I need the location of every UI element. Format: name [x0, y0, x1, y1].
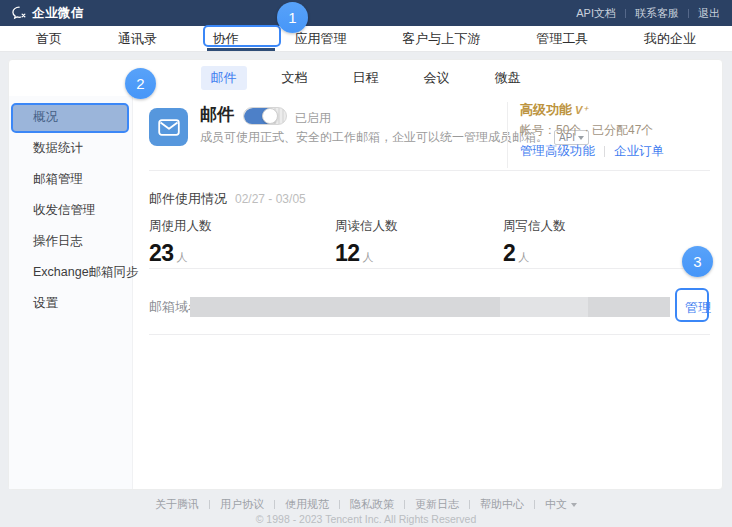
stat-value: 23 — [149, 240, 174, 267]
brand[interactable]: 企业微信 — [12, 5, 84, 22]
separator — [274, 500, 275, 509]
tab-docs[interactable]: 文档 — [272, 66, 318, 90]
stat-weekly-users: 周使用人数 23 人 — [149, 218, 212, 267]
separator — [404, 500, 405, 509]
tab-drive[interactable]: 微盘 — [485, 66, 531, 90]
separator — [604, 146, 605, 157]
usage-header: 邮件使用情况 02/27 - 03/05 — [149, 190, 306, 208]
footer-link-changelog[interactable]: 更新日志 — [415, 497, 459, 512]
topbar: 企业微信 API文档 联系客服 退出 — [0, 0, 732, 26]
footer-link-user-agreement[interactable]: 用户协议 — [220, 497, 264, 512]
status-label: 已启用 — [295, 110, 331, 127]
premium-links: 管理高级功能 企业订单 — [520, 143, 664, 160]
mail-domain-redacted — [190, 297, 670, 317]
separator — [339, 500, 340, 509]
nav-item-admin-tools[interactable]: 管理工具 — [536, 30, 588, 48]
footer-link-about[interactable]: 关于腾讯 — [155, 497, 199, 512]
company-orders-link[interactable]: 企业订单 — [614, 143, 664, 160]
horizontal-divider — [149, 268, 710, 269]
manage-premium-link[interactable]: 管理高级功能 — [520, 143, 595, 160]
topbar-links: API文档 联系客服 退出 — [576, 6, 720, 21]
stat-value: 12 — [335, 240, 360, 267]
footer-links: 关于腾讯 用户协议 使用规范 隐私政策 更新日志 帮助中心 中文 — [0, 497, 732, 512]
sidebar-item-operation-logs[interactable]: 操作日志 — [9, 226, 132, 257]
separator — [469, 500, 470, 509]
separator — [209, 500, 210, 509]
page-title: 邮件 — [200, 103, 234, 126]
nav-item-apps[interactable]: 应用管理 — [294, 30, 346, 48]
stat-label: 周读信人数 — [335, 218, 398, 235]
stat-unit: 人 — [363, 250, 374, 265]
usage-title: 邮件使用情况 — [149, 190, 227, 208]
mail-description: 成员可使用正式、安全的工作邮箱，企业可以统一管理成员邮箱。 — [200, 129, 548, 146]
footer-link-help-center[interactable]: 帮助中心 — [480, 497, 524, 512]
language-select[interactable]: 中文 — [545, 497, 577, 512]
main-nav: 首页 通讯录 协作 应用管理 客户与上下游 管理工具 我的企业 — [0, 26, 732, 52]
vertical-divider — [507, 102, 508, 168]
brand-name: 企业微信 — [32, 5, 84, 22]
premium-account-info: 帐号：50个 · 已分配47个 — [520, 122, 653, 139]
copyright-text: © 1998 - 2023 Tencent Inc. All Rights Re… — [0, 513, 732, 525]
sidebar-item-send-receive[interactable]: 收发信管理 — [9, 195, 132, 226]
nav-item-customers[interactable]: 客户与上下游 — [402, 30, 480, 48]
horizontal-divider — [149, 170, 710, 171]
stat-value: 2 — [503, 240, 515, 267]
separator — [688, 9, 689, 18]
nav-item-my-company[interactable]: 我的企业 — [644, 30, 696, 48]
mail-app-icon — [149, 108, 188, 146]
language-label: 中文 — [545, 497, 567, 512]
sidebar-item-exchange-sync[interactable]: Exchange邮箱同步 — [9, 257, 132, 288]
annotation-box-1 — [203, 25, 281, 47]
tab-schedule[interactable]: 日程 — [343, 66, 389, 90]
annotation-marker-2: 2 — [125, 68, 156, 99]
envelope-icon — [158, 119, 180, 136]
usage-period: 02/27 - 03/05 — [235, 192, 306, 206]
sidebar-item-settings[interactable]: 设置 — [9, 288, 132, 319]
redaction-patch — [500, 297, 588, 317]
stat-label: 周写信人数 — [503, 218, 566, 235]
topbar-link-support[interactable]: 联系客服 — [635, 6, 679, 21]
mail-enabled-toggle[interactable] — [243, 107, 287, 125]
wecom-logo-icon — [12, 6, 27, 20]
wecom-admin-window: 企业微信 API文档 联系客服 退出 首页 通讯录 协作 应用管理 客户与上下游… — [0, 0, 732, 527]
annotation-marker-1: 1 — [277, 2, 308, 33]
premium-vplus-icon: V⁺ — [575, 104, 588, 117]
horizontal-divider — [149, 334, 710, 335]
stat-unit: 人 — [518, 250, 529, 265]
separator — [534, 500, 535, 509]
toggle-knob — [262, 108, 278, 124]
sidebar-item-statistics[interactable]: 数据统计 — [9, 133, 132, 164]
nav-item-contacts[interactable]: 通讯录 — [118, 30, 157, 48]
sidebar-item-mailbox-management[interactable]: 邮箱管理 — [9, 164, 132, 195]
footer-link-usage-rules[interactable]: 使用规范 — [285, 497, 329, 512]
collaboration-tabs: 邮件 文档 日程 会议 微盘 — [8, 59, 723, 96]
premium-title-text: 高级功能 — [520, 101, 572, 119]
stat-weekly-writers: 周写信人数 2 人 — [503, 218, 566, 267]
tab-meeting[interactable]: 会议 — [414, 66, 460, 90]
annotation-box-2 — [11, 103, 129, 133]
annotation-marker-3: 3 — [682, 246, 713, 277]
stat-unit: 人 — [177, 250, 188, 265]
active-nav-indicator — [207, 48, 275, 51]
annotation-box-3 — [675, 288, 709, 322]
mail-sidebar: 概况 数据统计 邮箱管理 收发信管理 操作日志 Exchange邮箱同步 设置 — [9, 96, 133, 489]
nav-item-home[interactable]: 首页 — [36, 30, 62, 48]
topbar-link-api-docs[interactable]: API文档 — [576, 6, 616, 21]
tab-mail[interactable]: 邮件 — [201, 66, 247, 90]
premium-title: 高级功能 V⁺ — [520, 101, 588, 119]
stat-weekly-readers: 周读信人数 12 人 — [335, 218, 398, 267]
chevron-down-icon — [571, 503, 577, 507]
footer-link-privacy[interactable]: 隐私政策 — [350, 497, 394, 512]
topbar-link-logout[interactable]: 退出 — [698, 6, 720, 21]
separator — [625, 9, 626, 18]
stat-label: 周使用人数 — [149, 218, 212, 235]
